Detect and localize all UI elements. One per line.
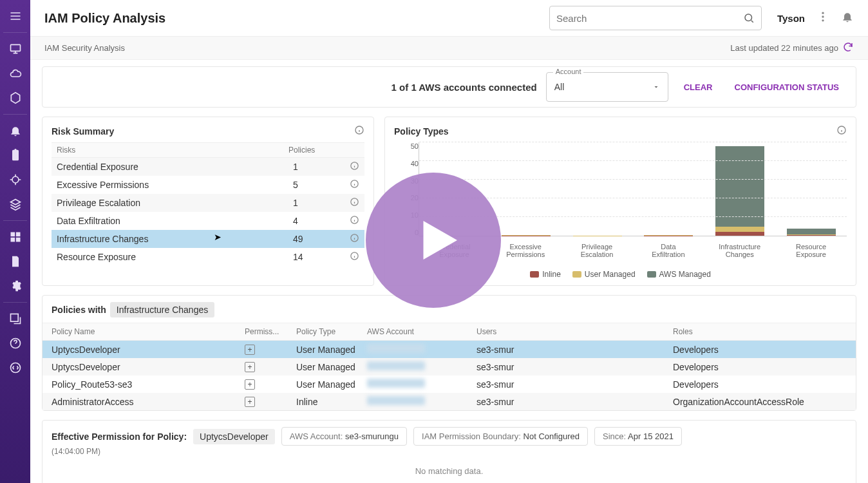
nav-analysis[interactable] (0, 192, 30, 216)
risk-row[interactable]: Excessive Permissions5 (52, 176, 364, 194)
expand-permissions[interactable]: + (245, 362, 255, 372)
last-updated-label: Last updated (730, 43, 778, 53)
policies-table-head: Policy Name Permiss... Policy Type AWS A… (42, 323, 856, 341)
nav-dashboard[interactable] (0, 225, 30, 249)
chevron-down-icon (652, 83, 660, 91)
nav-settings[interactable] (0, 274, 30, 298)
nav-alerts[interactable] (0, 118, 30, 143)
bar[interactable] (644, 227, 693, 236)
grid-icon (9, 231, 22, 243)
expand-permissions[interactable]: + (245, 397, 255, 407)
play-video-button[interactable] (366, 173, 501, 308)
risk-info-icon[interactable] (350, 197, 359, 209)
expand-permissions[interactable]: + (245, 379, 255, 390)
risk-info-icon[interactable] (350, 233, 359, 245)
legend-item[interactable]: AWS Managed (647, 270, 711, 279)
risk-info-icon[interactable] (350, 215, 359, 227)
policy-row[interactable]: UptycsDeveloper+User Managedse3-smurDeve… (42, 341, 856, 358)
bar[interactable] (502, 227, 551, 236)
bar[interactable] (715, 144, 764, 236)
refresh-button[interactable] (838, 41, 854, 55)
notifications[interactable] (841, 10, 854, 26)
chart-info[interactable] (836, 125, 847, 137)
risk-row[interactable]: Credential Exposure1 (52, 158, 364, 176)
legend-item[interactable]: User Managed (572, 270, 636, 279)
risk-name: Infrastructure Changes (57, 234, 293, 244)
account-select[interactable]: Account All (546, 72, 668, 102)
breadcrumb[interactable]: IAM Security Analysis (44, 43, 125, 53)
risk-row[interactable]: Resource Exposure14 (52, 248, 364, 266)
policy-user: se3-smur (476, 379, 673, 390)
file-chart-icon (9, 255, 22, 268)
risk-info-icon[interactable] (350, 251, 359, 263)
risk-name: Data Exfiltration (57, 216, 293, 226)
nav-target[interactable] (0, 167, 30, 192)
policy-row[interactable]: Policy_Route53-se3+User Managedse3-smurD… (42, 375, 856, 393)
svg-rect-0 (10, 44, 20, 51)
nav-reports[interactable] (0, 249, 30, 274)
svg-rect-7 (10, 314, 18, 322)
risk-info-icon[interactable] (350, 161, 359, 173)
help-icon (9, 337, 22, 350)
policy-row[interactable]: UptycsDeveloper+User Managedse3-smurDeve… (42, 358, 856, 375)
risk-row[interactable]: Data Exfiltration4 (52, 212, 364, 230)
search-input[interactable] (556, 13, 743, 24)
effective-title: Effective Permission for Policy: (52, 431, 187, 442)
risk-info[interactable] (354, 125, 364, 137)
policies-info[interactable] (838, 305, 847, 315)
bar-col (561, 142, 633, 236)
xlabel: ResourceExposure (775, 243, 847, 258)
info-icon (836, 125, 847, 135)
risk-value: 49 (293, 234, 350, 244)
risk-info-icon[interactable] (350, 179, 359, 191)
svg-point-12 (822, 15, 824, 17)
nav-api[interactable] (0, 355, 30, 380)
account-select-label: Account (553, 68, 584, 75)
legend-item[interactable]: Inline (530, 270, 561, 279)
nav-kubernetes[interactable] (0, 86, 30, 110)
nav-clipboard[interactable] (0, 143, 30, 167)
risk-value: 1 (293, 198, 350, 208)
ytick: 50 (411, 142, 419, 150)
clipboard-icon (9, 149, 22, 162)
policy-user: se3-smur (476, 362, 673, 372)
policy-type: Inline (296, 397, 367, 407)
policy-account (367, 344, 476, 355)
nav-cloud[interactable] (0, 61, 30, 86)
bar[interactable] (573, 232, 622, 236)
risk-name: Resource Exposure (57, 252, 293, 262)
user-name[interactable]: Tyson (777, 13, 805, 24)
menu-toggle[interactable] (0, 4, 30, 28)
config-status-button[interactable]: CONFIGURATION STATUS (728, 77, 846, 97)
policy-user: se3-smur (476, 397, 673, 407)
svg-point-11 (822, 12, 824, 14)
risk-name: Excessive Permissions (57, 180, 293, 190)
effective-no-data: No matching data. (52, 456, 847, 480)
policy-type: User Managed (296, 379, 367, 390)
risk-title: Risk Summary (52, 126, 114, 137)
more-menu[interactable] (816, 10, 829, 26)
risk-row[interactable]: Infrastructure Changes49 (52, 230, 364, 248)
svg-rect-3 (10, 232, 15, 237)
expand-permissions[interactable]: + (245, 345, 255, 355)
header: IAM Policy Analysis Tyson (30, 0, 868, 37)
risk-name: Credential Exposure (57, 162, 293, 172)
policies-filter-chip[interactable]: Infrastructure Changes (110, 302, 214, 317)
gear-icon (9, 279, 22, 292)
effective-timestamp: (14:04:00 PM) (52, 447, 847, 456)
svg-rect-4 (15, 232, 20, 237)
policy-row[interactable]: AdministratorAccess+Inlinese3-smurOrgani… (42, 393, 856, 410)
hexagon-icon (9, 91, 22, 104)
clear-button[interactable]: CLEAR (677, 77, 719, 97)
account-select-value: All (554, 82, 565, 92)
bar[interactable] (787, 209, 836, 236)
nav-export[interactable] (0, 307, 30, 331)
risk-row[interactable]: Privileage Escalation1 (52, 194, 364, 212)
accounts-card: 1 of 1 AWS accounts connected Account Al… (42, 66, 856, 108)
svg-point-10 (745, 14, 752, 21)
nav-help[interactable] (0, 331, 30, 355)
page-title: IAM Policy Analysis (44, 11, 165, 26)
info-icon (350, 161, 359, 171)
nav-monitor[interactable] (0, 37, 30, 61)
search-box[interactable] (549, 6, 762, 30)
